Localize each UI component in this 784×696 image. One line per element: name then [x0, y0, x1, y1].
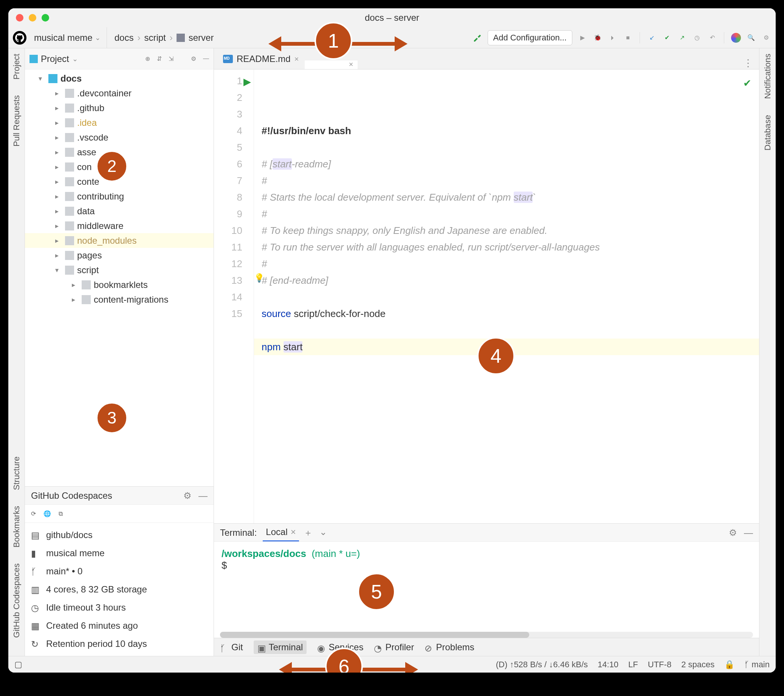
rail-codespaces[interactable]: GitHub Codespaces	[12, 561, 21, 640]
debug-icon[interactable]: 🐞	[593, 33, 603, 43]
left-tool-rail: Project Pull Requests Structure Bookmark…	[8, 48, 25, 656]
left-panel: Project ⌄ ⊕ ⇵ ⇲ ⚙ — ▾docs▸.devcontainer▸…	[25, 48, 214, 656]
window-controls[interactable]	[16, 14, 49, 21]
clock-icon: ◷	[31, 603, 41, 612]
expand-icon[interactable]: ⇵	[157, 55, 162, 63]
lock-icon[interactable]: 🔒	[724, 660, 735, 670]
terminal-body[interactable]: /workspaces/docs (main * u=) $	[214, 542, 759, 629]
tree-row-.vscode[interactable]: ▸.vscode	[25, 130, 214, 145]
status-caret-position[interactable]: 14:10	[598, 660, 618, 670]
tree-row-content-migrations[interactable]: ▸content-migrations	[25, 292, 214, 307]
chevron-down-icon[interactable]: ⌄	[72, 55, 78, 63]
terminal-label: Terminal:	[220, 528, 257, 538]
globe-icon[interactable]: 🌐	[43, 510, 51, 517]
tree-row-pages[interactable]: ▸pages	[25, 248, 214, 263]
calendar-icon: ▦	[31, 621, 41, 631]
close-window[interactable]	[16, 14, 23, 21]
rail-pull-requests[interactable]: Pull Requests	[12, 93, 21, 149]
code-content[interactable]: ✔ #!/usr/bin/env bash # [start-readme]##…	[254, 69, 759, 523]
incoming-icon[interactable]: ↙	[647, 33, 657, 43]
callout-3: 3	[96, 402, 128, 434]
tree-row-script[interactable]: ▾script	[25, 263, 214, 277]
new-terminal-icon[interactable]: ＋	[303, 527, 313, 539]
close-tab-icon[interactable]: ×	[295, 55, 299, 64]
gear-icon[interactable]: ⚙	[191, 55, 196, 63]
chevron-down-icon[interactable]: ⌄	[320, 527, 327, 539]
codespace-bookmark: ▮musical meme	[25, 544, 214, 562]
minimize-panel-icon[interactable]: —	[744, 528, 753, 538]
bt-terminal[interactable]: ▣Terminal	[254, 640, 307, 654]
refresh-icon[interactable]: ⟳	[31, 510, 36, 517]
inspection-ok-icon[interactable]: ✔	[743, 75, 751, 91]
bt-profiler[interactable]: ◔Profiler	[374, 642, 414, 653]
tree-row-contributing[interactable]: ▸contributing	[25, 189, 214, 204]
copy-icon[interactable]: ⧉	[59, 510, 63, 517]
add-configuration-button[interactable]: Add Configuration...	[488, 30, 572, 45]
project-selector[interactable]: musical meme ⌄	[33, 27, 107, 48]
rail-structure[interactable]: Structure	[12, 454, 21, 492]
close-tab-icon[interactable]: ×	[349, 60, 353, 69]
minimize-panel-icon[interactable]: —	[203, 55, 209, 63]
codespace-repo: ▤github/docs	[25, 526, 214, 544]
branch-indicator[interactable]: ᚶ main	[744, 660, 770, 670]
coverage-icon[interactable]: ⏵	[608, 33, 618, 43]
status-network[interactable]: (D) ↑528 B/s / ↓6.46 kB/s	[496, 660, 588, 670]
bt-git[interactable]: ᚶGit	[220, 642, 243, 653]
tree-row-.devcontainer[interactable]: ▸.devcontainer	[25, 86, 214, 100]
status-line-ending[interactable]: LF	[628, 660, 638, 670]
terminal-tab-local[interactable]: Local ×	[263, 524, 299, 541]
window-title: docs – server	[365, 13, 419, 23]
tabs-more-icon[interactable]: ⋮	[743, 58, 753, 69]
settings-icon[interactable]: ⚙	[761, 33, 771, 43]
rail-bookmarks[interactable]: Bookmarks	[12, 503, 21, 550]
branch-icon: ᚶ	[31, 566, 41, 576]
code-editor[interactable]: ▶ 123456789101112131415 ✔ #!/usr/bin/env…	[214, 69, 759, 523]
quick-panel-icon[interactable]: ▢	[14, 660, 22, 670]
tree-row-node_modules[interactable]: ▸node_modules	[25, 233, 214, 248]
gear-icon[interactable]: ⚙	[729, 528, 737, 538]
cwm-icon[interactable]	[731, 33, 741, 43]
rail-project[interactable]: Project	[12, 51, 21, 82]
codespace-branch: ᚶmain* • 0	[25, 562, 214, 580]
tab-server[interactable]: ×	[305, 61, 357, 69]
history-icon: ↻	[31, 639, 41, 649]
stop-icon[interactable]: ■	[623, 33, 633, 43]
minimize-panel-icon[interactable]: —	[198, 490, 208, 501]
minimize-window[interactable]	[29, 14, 36, 21]
project-panel-title[interactable]: Project	[41, 54, 69, 64]
status-indent[interactable]: 2 spaces	[681, 660, 715, 670]
callout-4: 4	[477, 337, 515, 375]
close-tab-icon[interactable]: ×	[291, 527, 296, 537]
line-gutter: ▶ 123456789101112131415	[214, 69, 254, 523]
github-icon[interactable]	[13, 31, 26, 44]
rail-notifications[interactable]: Notifications	[763, 51, 772, 101]
tree-row-data[interactable]: ▸data	[25, 204, 214, 219]
locate-icon[interactable]: ⊕	[145, 55, 150, 63]
tree-row-.github[interactable]: ▸.github	[25, 100, 214, 115]
push-icon[interactable]: ↗	[677, 33, 687, 43]
tree-row-.idea[interactable]: ▸.idea	[25, 115, 214, 130]
undo-icon[interactable]: ↶	[707, 33, 717, 43]
tab-readme[interactable]: README.md ×	[217, 50, 305, 69]
bookmark-icon: ▮	[31, 548, 41, 558]
maximize-window[interactable]	[41, 14, 49, 21]
tree-row-middleware[interactable]: ▸middleware	[25, 219, 214, 233]
search-icon[interactable]: 🔍	[746, 33, 756, 43]
tree-row-docs[interactable]: ▾docs	[25, 71, 214, 86]
history-icon[interactable]: ◷	[692, 33, 702, 43]
bt-problems[interactable]: ⊘Problems	[425, 642, 474, 653]
gear-icon[interactable]: ⚙	[183, 490, 192, 501]
hammer-icon[interactable]	[473, 33, 483, 43]
run-gutter-icon[interactable]: ▶	[244, 73, 251, 90]
breadcrumb[interactable]: docs› script› server	[110, 33, 214, 43]
rail-database[interactable]: Database	[763, 113, 772, 153]
collapse-icon[interactable]: ⇲	[169, 55, 173, 63]
commit-icon[interactable]: ✔	[662, 33, 672, 43]
callout-5: 5	[357, 573, 395, 610]
run-icon[interactable]: ▶	[578, 33, 588, 43]
status-encoding[interactable]: UTF-8	[648, 660, 671, 670]
project-view-icon[interactable]	[30, 55, 38, 63]
tree-row-bookmarklets[interactable]: ▸bookmarklets	[25, 277, 214, 292]
horizontal-scrollbar[interactable]	[220, 632, 753, 638]
markdown-icon	[223, 55, 233, 63]
